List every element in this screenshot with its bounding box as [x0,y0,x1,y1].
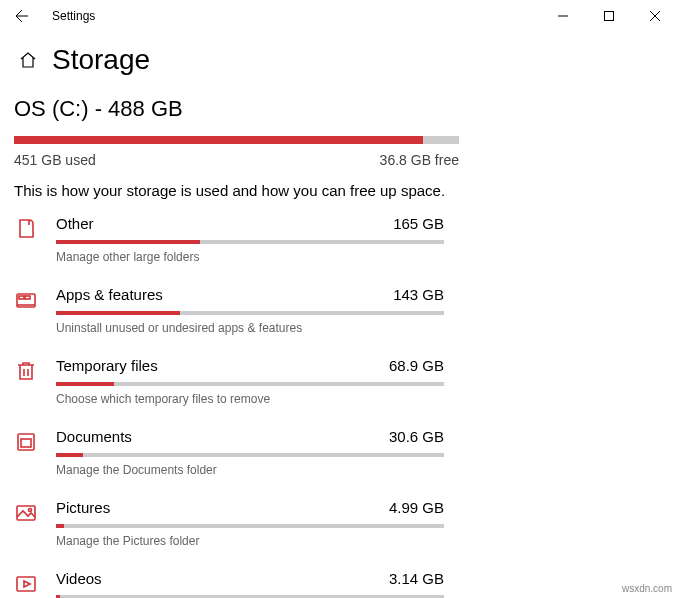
volume-used: 451 GB used [14,152,96,168]
category-body: Temporary files68.9 GBChoose which tempo… [56,357,664,406]
category-bar [56,382,444,386]
category-item[interactable]: Documents30.6 GBManage the Documents fol… [14,428,664,477]
window-controls [540,0,678,32]
titlebar: Settings [0,0,678,32]
home-icon [18,50,38,70]
category-item[interactable]: Apps & features143 GBUninstall unused or… [14,286,664,335]
category-hint: Choose which temporary files to remove [56,392,664,406]
category-name: Pictures [56,499,110,516]
category-bar [56,524,444,528]
category-bar-fill [56,311,180,315]
category-bar-fill [56,524,64,528]
svg-rect-0 [605,12,614,21]
pictures-icon [14,501,38,525]
category-bar-fill [56,240,200,244]
close-icon [650,11,660,21]
back-icon [12,8,28,24]
category-list: Other165 GBManage other large foldersApp… [14,215,664,598]
category-bar [56,453,444,457]
home-button[interactable] [18,50,38,70]
category-size: 68.9 GB [389,357,444,374]
category-name: Documents [56,428,132,445]
close-button[interactable] [632,0,678,32]
volume-usage-bar [14,136,459,144]
category-item[interactable]: Videos3.14 GB [14,570,664,598]
category-bar [56,311,444,315]
category-name: Temporary files [56,357,158,374]
trash-icon [14,359,38,383]
category-body: Pictures4.99 GBManage the Pictures folde… [56,499,664,548]
maximize-button[interactable] [586,0,632,32]
storage-description: This is how your storage is used and how… [14,182,664,199]
apps-icon [14,288,38,312]
maximize-icon [604,11,614,21]
category-hint: Manage the Pictures folder [56,534,664,548]
category-item[interactable]: Other165 GBManage other large folders [14,215,664,264]
other-icon [14,217,38,241]
category-name: Other [56,215,94,232]
watermark: wsxdn.com [622,583,672,594]
category-body: Videos3.14 GB [56,570,664,598]
category-hint: Uninstall unused or undesired apps & fea… [56,321,664,335]
volume-usage-fill [14,136,423,144]
category-item[interactable]: Temporary files68.9 GBChoose which tempo… [14,357,664,406]
category-hint: Manage other large folders [56,250,664,264]
back-button[interactable] [12,8,44,24]
category-size: 4.99 GB [389,499,444,516]
minimize-button[interactable] [540,0,586,32]
category-hint: Manage the Documents folder [56,463,664,477]
category-name: Apps & features [56,286,163,303]
page-title: Storage [52,44,150,76]
minimize-icon [558,11,568,21]
volume-title: OS (C:) - 488 GB [14,96,664,122]
category-size: 143 GB [393,286,444,303]
window-title: Settings [44,9,95,23]
storage-content: OS (C:) - 488 GB 451 GB used 36.8 GB fre… [0,96,678,598]
category-body: Documents30.6 GBManage the Documents fol… [56,428,664,477]
category-body: Apps & features143 GBUninstall unused or… [56,286,664,335]
category-bar-fill [56,382,114,386]
page-header: Storage [0,32,678,96]
category-bar [56,240,444,244]
volume-free: 36.8 GB free [380,152,459,168]
category-size: 30.6 GB [389,428,444,445]
volume-stats: 451 GB used 36.8 GB free [14,152,459,168]
category-item[interactable]: Pictures4.99 GBManage the Pictures folde… [14,499,664,548]
category-size: 165 GB [393,215,444,232]
category-size: 3.14 GB [389,570,444,587]
category-name: Videos [56,570,102,587]
category-body: Other165 GBManage other large folders [56,215,664,264]
category-bar-fill [56,453,83,457]
documents-icon [14,430,38,454]
videos-icon [14,572,38,596]
